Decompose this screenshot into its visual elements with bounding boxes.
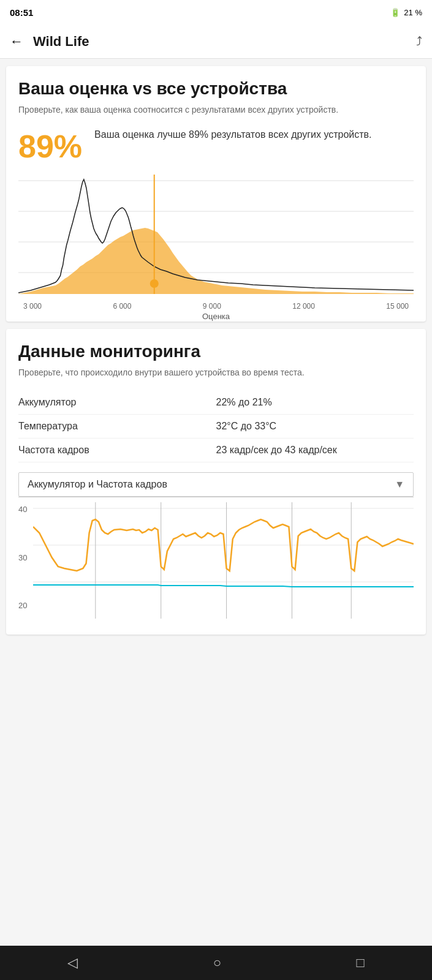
bottom-nav: ◁ ○ □ [0, 946, 432, 980]
dropdown-label: Аккумулятор и Частота кадров [28, 479, 167, 490]
monitoring-card: Данные мониторинга Проверьте, что происх… [6, 329, 426, 635]
nav-recent-button[interactable]: □ [356, 955, 364, 971]
x-label-2: 6 000 [113, 302, 131, 311]
top-bar: ← Wild Life ⤴ [0, 24, 432, 59]
nav-home-button[interactable]: ○ [213, 955, 221, 971]
score-row: 89% Ваша оценка лучше 89% результатов вс… [18, 128, 414, 162]
share-button[interactable]: ⤴ [416, 34, 422, 48]
chevron-down-icon: ▼ [395, 479, 404, 490]
score-description: Ваша оценка лучше 89% результатов всех д… [94, 128, 414, 141]
status-right: 🔋 21 % [390, 8, 422, 17]
monitoring-value-1: 32°C до 33°C [216, 415, 414, 439]
monitoring-value-0: 22% до 21% [216, 391, 414, 415]
battery-icon: 🔋 [390, 8, 400, 17]
svg-point-6 [150, 279, 159, 288]
battery-percent: 21 % [404, 8, 422, 17]
monitoring-title: Данные мониторинга [18, 341, 414, 362]
monitoring-label-2: Частота кадров [18, 439, 216, 462]
x-label-5: 15 000 [386, 302, 409, 311]
y-label-40: 40 [18, 505, 27, 514]
score-card: Ваша оценка vs все устройства Проверьте,… [6, 66, 426, 322]
page-title: Wild Life [33, 34, 416, 50]
y-label-30: 30 [18, 553, 27, 562]
line-chart-area: 40 30 20 [18, 502, 414, 625]
y-label-20: 20 [18, 601, 27, 610]
chart-x-title: Оценка [18, 312, 414, 321]
line-chart-svg [33, 502, 414, 619]
score-card-title: Ваша оценка vs все устройства [18, 78, 414, 99]
score-card-subtitle: Проверьте, как ваша оценка соотносится с… [18, 104, 414, 116]
distribution-svg [18, 175, 414, 297]
nav-back-button[interactable]: ◁ [67, 955, 78, 971]
monitoring-label-1: Температура [18, 415, 216, 439]
svg-marker-4 [18, 228, 414, 294]
monitoring-value-2: 23 кадр/сек до 43 кадр/сек [216, 439, 414, 462]
chart-x-labels: 3 000 6 000 9 000 12 000 15 000 [18, 302, 414, 311]
bottom-spacer [0, 642, 432, 685]
x-label-4: 12 000 [292, 302, 315, 311]
x-label-1: 3 000 [23, 302, 42, 311]
status-bar: 08:51 🔋 21 % [0, 0, 432, 24]
score-percent: 89% [18, 128, 82, 162]
status-time: 08:51 [10, 7, 33, 18]
dropdown-divider [18, 497, 414, 497]
monitoring-label-0: Аккумулятор [18, 391, 216, 415]
monitoring-subtitle: Проверьте, что происходило внутри вашего… [18, 367, 414, 379]
distribution-chart: 3 000 6 000 9 000 12 000 15 000 Оценка [18, 175, 414, 309]
chart-type-dropdown[interactable]: Аккумулятор и Частота кадров ▼ [18, 472, 414, 497]
back-button[interactable]: ← [10, 34, 23, 50]
monitoring-grid: Аккумулятор 22% до 21% Температура 32°C … [18, 391, 414, 462]
x-label-3: 9 000 [203, 302, 221, 311]
